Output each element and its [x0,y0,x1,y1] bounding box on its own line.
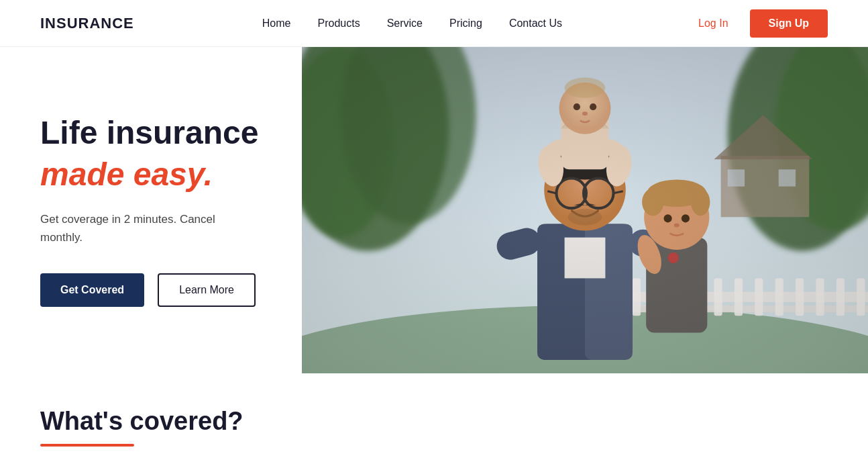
nav-item-contact[interactable]: Contact Us [509,17,562,30]
nav-item-products[interactable]: Products [318,17,360,30]
nav-item-home[interactable]: Home [262,17,291,30]
signup-button[interactable]: Sign Up [750,9,828,38]
whats-covered-title: What's covered? [40,407,828,436]
learn-more-button[interactable]: Learn More [158,273,256,307]
brand-logo: INSURANCE [40,15,134,32]
hero-title: Life insurance [40,113,262,152]
hero-subtitle: made easy. [40,155,262,194]
nav-item-pricing[interactable]: Pricing [449,17,482,30]
hero-section: Life insurance made easy. Get coverage i… [0,47,868,373]
hero-family-illustration [302,47,868,373]
header: INSURANCE Home Products Service Pricing … [0,0,868,47]
whats-covered-section: What's covered? [0,373,868,466]
get-covered-button[interactable]: Get Covered [40,273,144,307]
login-button[interactable]: Log In [690,12,736,35]
hero-description: Get coverage in 2 minutes. Cancelmonthly… [40,210,262,246]
header-actions: Log In Sign Up [690,9,828,38]
hero-image [302,47,868,373]
hero-content: Life insurance made easy. Get coverage i… [0,47,302,373]
main-nav: Home Products Service Pricing Contact Us [262,17,562,30]
svg-rect-62 [302,47,868,373]
title-underline [40,444,134,447]
hero-cta-group: Get Covered Learn More [40,273,262,307]
nav-item-service[interactable]: Service [387,17,423,30]
